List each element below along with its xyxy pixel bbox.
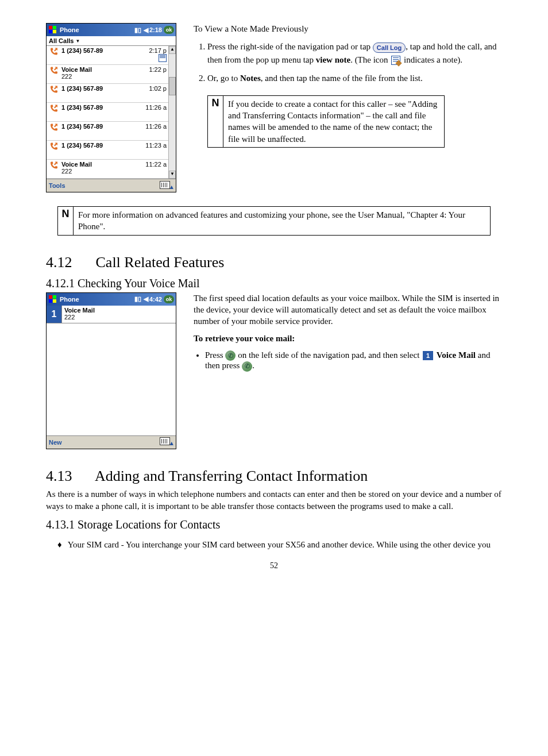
note-icon [391,56,400,65]
retrieve-steps: Press ✆ on the left side of the navigati… [194,350,502,372]
storage-list: Your SIM card - You interchange your SIM… [46,540,502,550]
note-box-manual: N For more information on advanced featu… [57,206,491,236]
speed-dial-row[interactable]: 1 Voice Mail 222 [47,306,176,323]
call-row[interactable]: 1 (234) 567-8911:26 a [47,122,169,141]
bottom-bar: New ▴ [47,435,176,449]
tools-menu[interactable]: Tools [49,182,65,189]
app-title: Phone [60,26,79,33]
call-info: 1 (234) 567-89 [61,142,145,149]
speed-dial-sub: 222 [64,314,173,321]
call-time: 1:22 p [149,66,168,73]
clock: 2:18 [149,26,162,33]
note-box-contact: N If you decide to create a contact for … [207,95,445,148]
call-number: 1 (234) 567-89 [61,104,145,111]
voicemail-intro: The first speed dial location defaults a… [194,292,502,327]
bottom-bar: Tools ▴ [47,179,176,192]
signal-icon: ▮▯ [134,295,141,303]
scroll-up-button[interactable]: ▲ [169,46,176,54]
call-number: Voice Mail [61,161,145,168]
call-row[interactable]: 1 (234) 567-8911:23 a [47,141,169,160]
ok-button[interactable]: ok [164,26,174,34]
outgoing-call-icon [47,161,61,171]
call-number: 1 (234) 567-89 [61,85,149,92]
page-number: 52 [46,561,502,570]
scrollbar[interactable]: ▲ ▼ [168,46,176,179]
blank-area [47,323,176,435]
call-row[interactable]: 1 (234) 567-891:02 p [47,84,169,103]
call-time: 1:02 p [149,85,168,92]
note-text: If you decide to create a contact for th… [223,96,444,147]
new-menu[interactable]: New [49,439,62,446]
call-sub: 222 [61,168,145,175]
windows-flag-icon [48,25,57,34]
speed-dial-screenshot: Phone ▮▯ ◀ 4:42 ok 1 Voice Mail 222 New … [46,292,176,449]
outgoing-call-icon [47,123,61,133]
note-icon [159,54,167,62]
signal-icon: ▮▯ [134,26,141,34]
call-time: 11:22 a [145,161,168,168]
call-info: Voice Mail222 [61,66,149,80]
outgoing-call-icon [47,85,61,95]
talk-button-icon: ✆ [242,361,252,372]
call-info: Voice Mail222 [61,161,145,175]
titlebar: Phone ▮▯ ◀ 4:42 ok [47,293,176,306]
steps-list: Press the right-side of the navigation p… [194,40,502,85]
para-4-13: As there is a number of ways in which te… [46,488,502,512]
call-row[interactable]: Voice Mail22211:22 a [47,160,169,179]
call-row[interactable]: 1 (234) 567-892:17 p [47,46,169,65]
call-row[interactable]: 1 (234) 567-8911:26 a [47,103,169,122]
ok-button[interactable]: ok [164,295,174,303]
filter-dropdown[interactable]: All Calls ▼ [47,36,176,46]
scroll-thumb[interactable] [169,77,176,95]
call-list: 1 (234) 567-892:17 pVoice Mail2221:22 p1… [47,46,176,179]
speed-dial-badge: 1 [423,351,433,360]
keyboard-icon [160,181,170,189]
chevron-down-icon: ▼ [75,38,80,44]
call-number: 1 (234) 567-89 [61,123,145,130]
sound-icon: ◀ [144,295,148,303]
call-time: 11:26 a [145,104,168,111]
retrieve-heading: To retrieve your voice mail: [194,334,295,343]
call-log-button[interactable]: Call Log [373,43,406,53]
call-time: 11:26 a [145,123,168,130]
outgoing-call-icon [47,47,61,57]
storage-item: Your SIM card - You interchange your SIM… [57,540,502,550]
section-4-12-heading: 4.12 Call Related Features [46,254,502,271]
call-info: 1 (234) 567-89 [61,47,149,54]
clock: 4:42 [149,296,162,303]
note-text: For more information on advanced feature… [74,207,490,235]
speed-dial-name: Voice Mail [64,307,173,314]
outgoing-call-icon [47,66,61,76]
call-sub: 222 [61,73,149,80]
titlebar: Phone ▮▯ ◀ 2:18 ok [47,24,176,36]
windows-flag-icon [48,295,57,304]
retrieve-step: Press ✆ on the left side of the navigati… [205,350,502,372]
step-2: Or, go to Notes, and then tap the name o… [207,72,502,85]
section-4-13-1-heading: 4.13.1 Storage Locations for Contacts [46,518,502,531]
call-time: 2:17 p [149,47,168,63]
speed-dial-number: 1 [47,306,62,323]
filter-label: All Calls [49,37,74,44]
keyboard-icon [160,437,170,445]
kbd-toggle[interactable]: ▴ [160,181,173,191]
scroll-down-button[interactable]: ▼ [169,171,176,179]
subheading: To View a Note Made Previously [194,23,502,34]
call-number: 1 (234) 567-89 [61,142,145,149]
app-title: Phone [60,296,79,303]
sound-icon: ◀ [144,26,148,34]
call-log-screenshot: Phone ▮▯ ◀ 2:18 ok All Calls ▼ 1 (234) 5… [46,23,176,192]
note-bold-n-icon: N [58,207,74,235]
outgoing-call-icon [47,104,61,114]
call-number: Voice Mail [61,66,149,73]
section-4-12-1-heading: 4.12.1 Checking Your Voice Mail [46,277,502,290]
call-info: 1 (234) 567-89 [61,104,145,111]
step-1: Press the right-side of the navigation p… [207,40,502,66]
talk-button-icon: ✆ [225,350,236,361]
kbd-toggle[interactable]: ▴ [160,437,173,447]
call-number: 1 (234) 567-89 [61,47,149,54]
call-row[interactable]: Voice Mail2221:22 p [47,65,169,84]
note-bold-n-icon: N [208,96,223,147]
call-info: 1 (234) 567-89 [61,85,149,92]
call-time: 11:23 a [145,142,168,149]
call-info: 1 (234) 567-89 [61,123,145,130]
